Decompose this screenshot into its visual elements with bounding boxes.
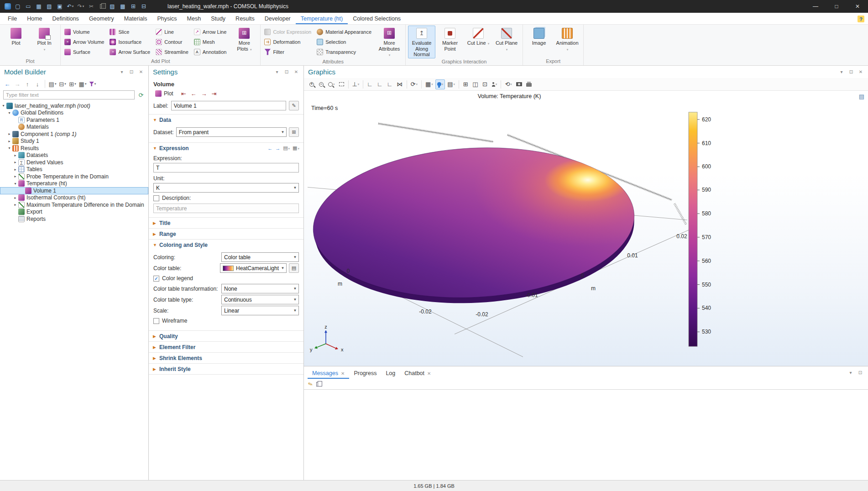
chevron-right-icon[interactable]: ▸	[13, 160, 18, 164]
plot-in-window-button[interactable]: ⊡	[480, 79, 489, 89]
insert-expression-button[interactable]: ▤▾	[283, 145, 290, 151]
maximize-button[interactable]: □	[826, 0, 847, 13]
selection-button[interactable]: Selection	[315, 37, 375, 47]
section-title-header[interactable]: ▶ Title	[149, 218, 303, 228]
scene-light-button[interactable]: ▾	[435, 79, 445, 89]
tree-item-component[interactable]: ▸ Component 1(comp 1)	[0, 131, 148, 138]
panel-float-icon[interactable]: ⊡	[128, 69, 135, 75]
table-window-icon[interactable]: ⊞	[130, 3, 137, 10]
transparency-button[interactable]: Transparency	[315, 47, 375, 57]
color-table-transformation-combo[interactable]: None ▼	[221, 284, 299, 293]
tree-item-temperature-ht[interactable]: ▾ Temperature (ht)	[0, 180, 148, 188]
contour-button[interactable]: Contour	[154, 37, 192, 47]
chevron-right-icon[interactable]: ▸	[13, 196, 18, 200]
scale-combo[interactable]: Linear ▼	[221, 306, 299, 315]
section-inherit-style-header[interactable]: ▶ Inherit Style	[149, 364, 303, 374]
more-plots-button[interactable]: ⊞ More Plots ▾	[230, 26, 258, 58]
section-element-filter-header[interactable]: ▶ Element Filter	[149, 342, 303, 352]
tab-messages[interactable]: Messages✕	[308, 368, 349, 379]
tab-progress[interactable]: Progress	[349, 368, 381, 379]
chevron-down-icon[interactable]: ▾	[1, 104, 6, 108]
tree-item-derived-values[interactable]: ▸ Derived Values	[0, 159, 148, 166]
tree-item-global-definitions[interactable]: ▾ Global Definitions	[0, 110, 148, 117]
chevron-down-icon[interactable]: ▾	[13, 182, 18, 186]
new-file-icon[interactable]: ▢	[14, 3, 21, 10]
line-button[interactable]: Line	[154, 27, 192, 37]
view-along-z-button[interactable]: ∟	[385, 79, 395, 89]
expand-all-button[interactable]: ⊞▾	[68, 79, 77, 89]
animation-button[interactable]: Animation ▾	[554, 26, 581, 58]
panel-close-icon[interactable]: ✕	[138, 69, 144, 75]
update-plot-button[interactable]: ⟲▾	[503, 79, 513, 89]
panel-close-icon[interactable]: ✕	[858, 69, 864, 75]
tree-item-materials[interactable]: Materials	[0, 124, 148, 131]
deformation-button[interactable]: ⇉Deformation	[263, 37, 314, 47]
close-button[interactable]: ✕	[847, 0, 868, 13]
zoom-out-button[interactable]: −	[317, 79, 326, 89]
chevron-right-icon[interactable]: ▸	[7, 132, 12, 136]
graphics-canvas[interactable]: ▤	[304, 91, 868, 366]
tab-geometry[interactable]: Geometry	[84, 14, 119, 24]
plot-first-button[interactable]: ⇤	[181, 90, 186, 97]
refresh-filter-icon[interactable]: ⟳	[137, 90, 145, 99]
tab-chatbot[interactable]: Chatbot✕	[400, 368, 435, 379]
chevron-right-icon[interactable]: ▸	[7, 139, 12, 143]
close-tab-icon[interactable]: ✕	[427, 371, 431, 376]
dataset-combo[interactable]: From parent ▼	[176, 127, 287, 137]
rotate-view-button[interactable]: ⟳▾	[409, 79, 419, 89]
move-up-button[interactable]: ↑	[23, 79, 31, 89]
mesh-button[interactable]: Mesh	[193, 37, 230, 47]
tree-item-study[interactable]: ▸ Study 1	[0, 138, 148, 145]
settings-plot-button[interactable]: Plot	[153, 90, 175, 97]
tab-file[interactable]: File	[3, 14, 22, 24]
rename-icon[interactable]: ✎	[289, 101, 299, 110]
zoom-extents-button[interactable]: ▾	[326, 79, 337, 89]
tree-item-probe-temperature[interactable]: ▸ Probe Temperature in the Domain	[0, 173, 148, 180]
plot-settings-button[interactable]: ▦▾	[424, 79, 435, 89]
undo-icon[interactable]: ↶▾	[67, 3, 74, 10]
tab-temperature-ht[interactable]: Temperature (ht)	[296, 14, 348, 24]
panel-float-icon[interactable]: ⊡	[857, 370, 863, 376]
color-table-type-combo[interactable]: Continuous ▼	[221, 295, 299, 304]
tree-item-volume-1[interactable]: Volume 1	[0, 187, 148, 194]
tree-item-root[interactable]: ▾ laser_heating_wafer.mph(root)	[0, 102, 148, 110]
section-coloring-header[interactable]: ▼ Coloring and Style	[149, 240, 303, 250]
color-table-combo[interactable]: HeatCameraLight ▼	[220, 263, 287, 273]
tab-log[interactable]: Log	[381, 368, 400, 379]
plot-last-button[interactable]: ⇥	[212, 90, 217, 97]
panel-menu-icon[interactable]: ▾	[838, 69, 845, 75]
show-grid-button[interactable]: ⊞	[461, 79, 470, 89]
tree-item-results[interactable]: ▾ Results	[0, 145, 148, 152]
tree-item-reports[interactable]: Reports	[0, 215, 148, 223]
isosurface-button[interactable]: Isosurface	[108, 37, 153, 47]
chevron-down-icon[interactable]: ▾	[7, 111, 12, 115]
back-button[interactable]: ←	[3, 79, 11, 89]
model-tree-node-text-button[interactable]: ▤▾	[48, 79, 57, 89]
streamline-button[interactable]: Streamline	[154, 47, 192, 57]
snapshot-button[interactable]	[514, 79, 524, 89]
replace-expression-button[interactable]: ▦▾	[293, 145, 299, 151]
view-along-x-button[interactable]: ∟	[365, 79, 375, 89]
section-expression-header[interactable]: ▼ Expression ← → ▤▾ ▦▾	[149, 143, 303, 153]
show-options-button[interactable]: ▦▾	[78, 79, 87, 89]
annotation-button[interactable]: AAnnotation	[193, 47, 230, 57]
edit-color-table-icon[interactable]: ▤	[289, 263, 299, 273]
help-icon[interactable]: ?	[858, 16, 864, 22]
move-down-button[interactable]: ↓	[33, 79, 42, 89]
section-shrink-elements-header[interactable]: ▶ Shrink Elements	[149, 353, 303, 363]
tree-filter-input[interactable]	[3, 90, 135, 99]
tab-study[interactable]: Study	[206, 14, 230, 24]
evaluate-window-icon[interactable]: ⊟	[140, 3, 147, 10]
label-input[interactable]	[171, 101, 286, 110]
close-tab-icon[interactable]: ✕	[341, 371, 345, 376]
surface-button[interactable]: Surface	[63, 47, 107, 57]
paste-icon[interactable]: ▨	[109, 3, 116, 10]
print-icon[interactable]: ▣	[56, 3, 63, 10]
tree-item-max-temperature-difference[interactable]: ▸ Maximum Temperature Difference in the …	[0, 201, 148, 209]
material-appearance-button[interactable]: Material Appearance	[315, 27, 375, 37]
perspective-toggle-button[interactable]: ⋈	[395, 79, 405, 89]
expression-input[interactable]	[153, 163, 299, 172]
delete-icon[interactable]: ▩	[119, 3, 126, 10]
plot-next-button[interactable]: →	[201, 90, 207, 97]
chevron-down-icon[interactable]: ▾	[7, 146, 12, 150]
